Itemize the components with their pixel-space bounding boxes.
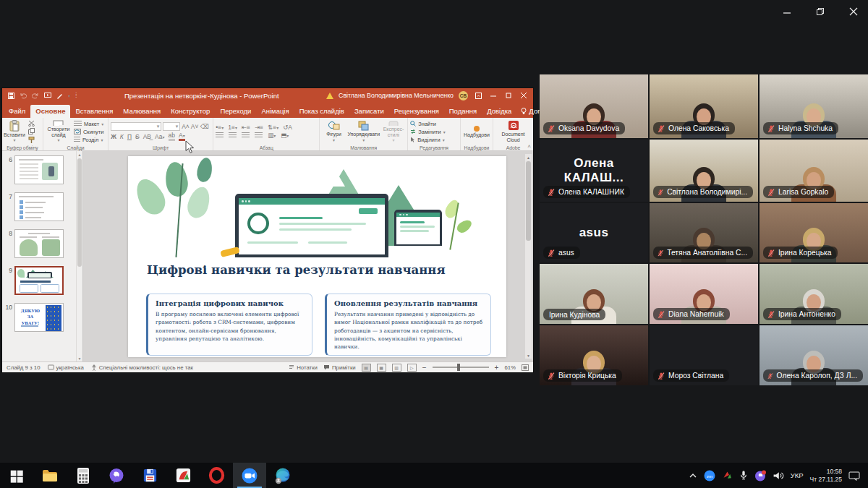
- change-case-icon[interactable]: Аа▾: [155, 134, 165, 140]
- taskbar-start-icon[interactable]: [0, 463, 33, 488]
- smartart-icon[interactable]: ⬒▾: [281, 132, 289, 139]
- participant-tile[interactable]: Олена КАЛАШ... Олена КАЛАШНИК: [540, 140, 648, 202]
- slide-box-digital-skills[interactable]: Інтеграція цифрових навичок В програму п…: [146, 294, 312, 356]
- increase-indent-icon[interactable]: ⇥≡: [255, 124, 263, 131]
- grow-font-icon[interactable]: А˄: [182, 124, 190, 130]
- minimize-icon[interactable]: [781, 6, 793, 17]
- undo-icon[interactable]: [20, 93, 27, 99]
- taskbar-viber-icon[interactable]: [100, 463, 133, 488]
- paste-button[interactable]: Вставити▾: [4, 120, 25, 143]
- zoom-out-icon[interactable]: −: [422, 364, 427, 372]
- arrange-button[interactable]: Упорядкувати▾: [348, 120, 380, 143]
- participant-tile[interactable]: Oksana Davydova: [540, 74, 648, 138]
- save-icon[interactable]: [8, 93, 14, 99]
- account-user-name[interactable]: Світлана Володимирівна Мельниченко: [339, 92, 454, 99]
- tray-viber-icon[interactable]: [754, 470, 766, 481]
- redo-icon[interactable]: [32, 93, 39, 99]
- taskbar-calculator-icon[interactable]: [67, 463, 100, 488]
- font-size-combobox[interactable]: ▾: [163, 122, 180, 131]
- account-avatar[interactable]: СВ: [459, 91, 468, 100]
- bold-button[interactable]: Ж: [111, 134, 116, 140]
- slideshow-view-icon[interactable]: ▷: [407, 364, 417, 372]
- font-name-combobox[interactable]: ▾: [111, 122, 161, 131]
- document-cloud-button[interactable]: Document Cloud: [495, 120, 531, 143]
- language-selector[interactable]: українська: [48, 364, 84, 371]
- action-center-icon[interactable]: [848, 470, 861, 481]
- participant-tile[interactable]: asus asus: [540, 203, 648, 262]
- ppt-close-icon[interactable]: [519, 90, 529, 100]
- quick-styles-button[interactable]: Експрес-стилі▾: [382, 120, 406, 143]
- slide-thumbnail-6[interactable]: 6: [4, 155, 75, 184]
- clear-formatting-icon[interactable]: ⌫: [200, 124, 208, 130]
- participant-tile[interactable]: Ірина Кудінова: [540, 264, 648, 324]
- ribbon-tab-Вставлення[interactable]: Вставлення: [70, 105, 118, 118]
- taskbar-opera-icon[interactable]: [200, 463, 233, 488]
- participant-tile[interactable]: Ірина Антоненко: [760, 264, 868, 324]
- cut-icon[interactable]: [27, 120, 36, 127]
- slide-sorter-view-icon[interactable]: ▦: [377, 364, 386, 372]
- addins-button[interactable]: Надбудови: [463, 120, 490, 143]
- accessibility-checker[interactable]: Спеціальні можливості: щось не так: [91, 364, 193, 371]
- reset-button[interactable]: Скинути: [74, 129, 103, 135]
- ribbon-tab-Переходи[interactable]: Переходи: [215, 105, 256, 118]
- participant-tile[interactable]: Halyna Shchuka: [760, 74, 868, 138]
- slide-box-learning-outcomes[interactable]: Оновлення результатів навчання Результат…: [325, 294, 491, 356]
- ribbon-tab-Записати[interactable]: Записати: [349, 105, 389, 118]
- qat-customize-icon[interactable]: ▾: [68, 93, 70, 98]
- ribbon-tab-Показ слайдів[interactable]: Показ слайдів: [294, 105, 349, 118]
- normal-view-icon[interactable]: ▤: [362, 364, 371, 372]
- decrease-indent-icon[interactable]: ⇤≡: [242, 124, 250, 131]
- thumbnail-scrollbar[interactable]: ▲ ▼: [76, 151, 82, 361]
- warning-icon[interactable]: [326, 93, 333, 99]
- slide-title[interactable]: Цифрові навички та результати навчання: [147, 263, 446, 277]
- restore-icon[interactable]: [814, 6, 826, 17]
- format-painter-icon[interactable]: [27, 137, 36, 143]
- collapse-ribbon-icon[interactable]: ˄: [527, 143, 531, 150]
- highlight-color-icon[interactable]: ab: [169, 132, 175, 141]
- participant-tile[interactable]: Мороз Світлана: [650, 325, 758, 385]
- reading-view-icon[interactable]: ▥: [392, 364, 401, 372]
- copy-icon[interactable]: [27, 128, 36, 134]
- columns-icon[interactable]: ▥▾: [268, 132, 276, 139]
- bullets-icon[interactable]: •≡▾: [216, 124, 224, 131]
- slideshow-icon[interactable]: [44, 93, 51, 99]
- taskbar-media-app-icon[interactable]: [166, 463, 200, 488]
- taskbar-edge-icon[interactable]: [266, 463, 299, 488]
- close-icon[interactable]: [848, 6, 859, 17]
- align-left-icon[interactable]: [216, 132, 224, 139]
- replace-button[interactable]: Замінити▾: [410, 129, 446, 135]
- ribbon-tab-Файл[interactable]: Файл: [4, 105, 30, 118]
- align-center-icon[interactable]: [229, 132, 237, 139]
- text-direction-icon[interactable]: ↺А: [283, 124, 292, 131]
- zoom-in-icon[interactable]: +: [495, 364, 499, 372]
- fit-slide-icon[interactable]: [522, 364, 529, 371]
- shrink-font-icon[interactable]: А˅: [191, 124, 199, 130]
- participant-tile[interactable]: Олена Саковська: [650, 74, 758, 138]
- ribbon-tab-Довідка[interactable]: Довідка: [482, 105, 516, 118]
- participant-tile[interactable]: Larisa Gopkalo: [760, 140, 868, 202]
- slide-thumbnail-7[interactable]: 7: [4, 192, 75, 221]
- ppt-restore-icon[interactable]: [503, 90, 514, 100]
- language-indicator[interactable]: УКР: [791, 471, 804, 479]
- zoom-slider[interactable]: [433, 367, 489, 368]
- ribbon-tab-Малювання[interactable]: Малювання: [118, 105, 166, 118]
- line-spacing-icon[interactable]: ⇅≡▾: [268, 124, 278, 131]
- participant-tile[interactable]: Ірина Корецька: [760, 203, 868, 262]
- ribbon-tab-Анімація[interactable]: Анімація: [256, 105, 294, 118]
- tray-remote-app-icon[interactable]: [722, 470, 733, 481]
- find-button[interactable]: Знайти: [410, 121, 436, 127]
- tray-mic-icon[interactable]: [739, 470, 748, 481]
- clock[interactable]: 10:58 Чт 27.11.25: [810, 468, 842, 483]
- new-slide-button[interactable]: Створити слайд▾: [46, 120, 72, 143]
- ppt-minimize-icon[interactable]: [488, 90, 498, 100]
- align-right-icon[interactable]: [242, 132, 250, 139]
- taskbar-file-explorer-icon[interactable]: [33, 463, 67, 488]
- comments-button[interactable]: Примітки: [323, 364, 356, 371]
- layout-button[interactable]: Макет▾: [74, 121, 103, 127]
- section-button[interactable]: Розділ▾: [74, 137, 103, 143]
- slide-scrollbar[interactable]: ▲ ▼: [525, 154, 532, 359]
- shapes-button[interactable]: Фігури▾: [322, 120, 346, 143]
- char-spacing-icon[interactable]: АВ̲: [143, 134, 151, 140]
- pen-mode-icon[interactable]: [56, 93, 63, 99]
- font-color-icon[interactable]: А▾: [179, 132, 185, 141]
